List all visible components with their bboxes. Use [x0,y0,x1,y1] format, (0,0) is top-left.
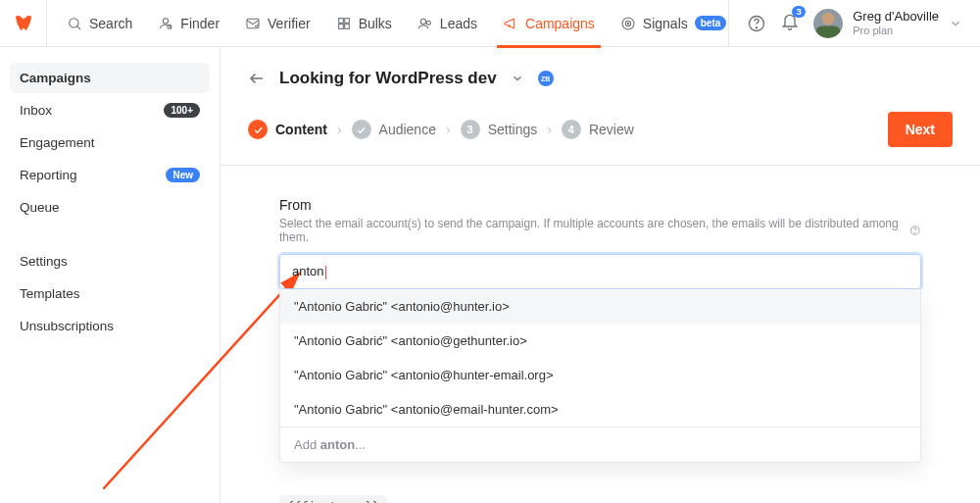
sidebar-item-queue[interactable]: Queue [10,192,210,223]
wolf-icon [13,13,34,34]
top-bar: Search Finder Verifier Bulks Leads Campa… [0,0,980,47]
step-number: 3 [461,120,480,139]
user-plan: Pro plan [853,25,939,37]
sidebar-item-templates[interactable]: Templates [10,278,210,309]
svg-rect-7 [338,24,343,28]
from-option[interactable]: "Antonio Gabric" <antonio@hunter-email.o… [280,358,920,392]
svg-point-9 [420,19,425,24]
svg-rect-4 [247,19,259,27]
sidebar-item-label: Engagement [20,135,95,150]
svg-point-13 [627,23,628,24]
from-option[interactable]: "Antonio Gabrić" <antonio@gethunter.io> [280,324,920,358]
help-tooltip-icon[interactable] [909,225,921,236]
sidebar-item-engagement[interactable]: Engagement [10,127,210,158]
svg-point-11 [622,18,634,29]
from-option[interactable]: "Antonio Gabric" <antonio@email-hunter.c… [280,392,920,427]
sidebar-item-unsubscriptions[interactable]: Unsubscriptions [10,311,210,341]
step-settings[interactable]: 3 Settings [461,120,538,139]
back-button[interactable] [248,70,266,87]
sidebar-item-label: Templates [20,286,80,301]
user-menu[interactable]: Greg d'Aboville Pro plan [813,9,962,38]
nav-label: Bulks [359,16,392,31]
sidebar-item-label: Unsubscriptions [20,319,114,333]
search-icon [67,16,82,31]
inbox-count: 100+ [164,103,200,118]
wizard-steps: Content › Audience › 3 Settings › 4 R [248,120,634,139]
from-help: Select the email account(s) to send the … [279,217,921,244]
svg-point-10 [426,21,430,25]
check-icon [248,120,268,139]
top-right: 3 Greg d'Aboville Pro plan [728,0,980,47]
from-label: From [279,197,921,213]
sidebar-item-label: Queue [20,200,60,215]
svg-point-15 [757,26,758,27]
page-title: Looking for WordPress dev [279,69,497,88]
app-logo[interactable] [0,0,47,47]
notification-count: 3 [792,6,806,18]
from-input[interactable]: anton [279,254,921,289]
svg-rect-6 [344,18,349,23]
nav-label: Campaigns [525,16,595,31]
nav-finder[interactable]: Finder [158,0,220,47]
nav-leads[interactable]: Leads [417,0,477,47]
svg-point-0 [70,18,78,26]
sidebar-item-label: Settings [20,254,68,269]
signals-icon [620,16,636,31]
nav-signals[interactable]: Signals beta [620,0,726,47]
svg-line-1 [77,25,80,28]
nav-label: Leads [440,16,477,31]
from-field: anton "Antonio Gabric" <antonio@hunter.i… [279,254,921,289]
step-label: Review [589,122,634,137]
svg-rect-5 [338,18,343,23]
finder-icon [158,16,173,31]
user-name: Greg d'Aboville [853,9,939,25]
nav-verifier[interactable]: Verifier [245,0,311,47]
svg-rect-8 [344,24,349,28]
step-number: 4 [562,120,581,139]
sidebar-item-reporting[interactable]: Reporting New [10,160,210,190]
main-panel: Looking for WordPress dev ZB Content › A… [220,47,980,503]
svg-point-12 [625,21,630,25]
from-option[interactable]: "Antonio Gabric" <antonio@hunter.io> [280,289,920,324]
beta-badge: beta [695,16,727,30]
nav-search[interactable]: Search [67,0,132,47]
leads-icon [417,16,433,31]
new-badge: New [166,168,200,182]
avatar [813,9,843,38]
nav-label: Verifier [268,16,311,31]
check-icon [352,120,371,139]
next-button[interactable]: Next [888,112,953,147]
top-nav: Search Finder Verifier Bulks Leads Campa… [47,0,728,47]
from-add-new[interactable]: Add anton... [280,427,920,462]
owner-badge: ZB [538,71,554,86]
step-label: Settings [488,122,538,137]
from-typed-value: anton [292,264,324,278]
title-dropdown-icon[interactable] [511,72,524,85]
from-dropdown: "Antonio Gabric" <antonio@hunter.io> "An… [279,289,921,463]
sidebar-item-label: Inbox [20,103,52,118]
svg-point-19 [915,232,916,233]
bulks-icon [336,16,352,31]
sidebar: Campaigns Inbox 100+ Engagement Reportin… [0,47,220,503]
nav-label: Signals [643,16,688,31]
nav-campaigns[interactable]: Campaigns [503,0,595,47]
variable-chip-firstname[interactable]: {{firstname}} [279,495,387,503]
campaigns-icon [503,16,518,31]
sidebar-item-inbox[interactable]: Inbox 100+ [10,95,210,126]
sidebar-item-label: Campaigns [20,71,91,85]
sidebar-item-campaigns[interactable]: Campaigns [10,63,210,93]
chevron-down-icon [949,17,962,30]
email-body[interactable]: {{firstname}} , Happy to see page speed … [279,495,921,503]
nav-bulks[interactable]: Bulks [336,0,392,47]
sidebar-item-label: Reporting [20,168,77,182]
svg-point-2 [164,18,169,23]
step-audience[interactable]: Audience [352,120,436,139]
nav-label: Finder [180,16,220,31]
help-icon[interactable] [747,14,766,33]
sidebar-item-settings[interactable]: Settings [10,246,210,277]
step-review[interactable]: 4 Review [562,120,634,139]
verifier-icon [245,16,261,31]
notifications-button[interactable]: 3 [780,12,800,34]
step-content[interactable]: Content [248,120,327,139]
step-label: Content [275,122,327,137]
